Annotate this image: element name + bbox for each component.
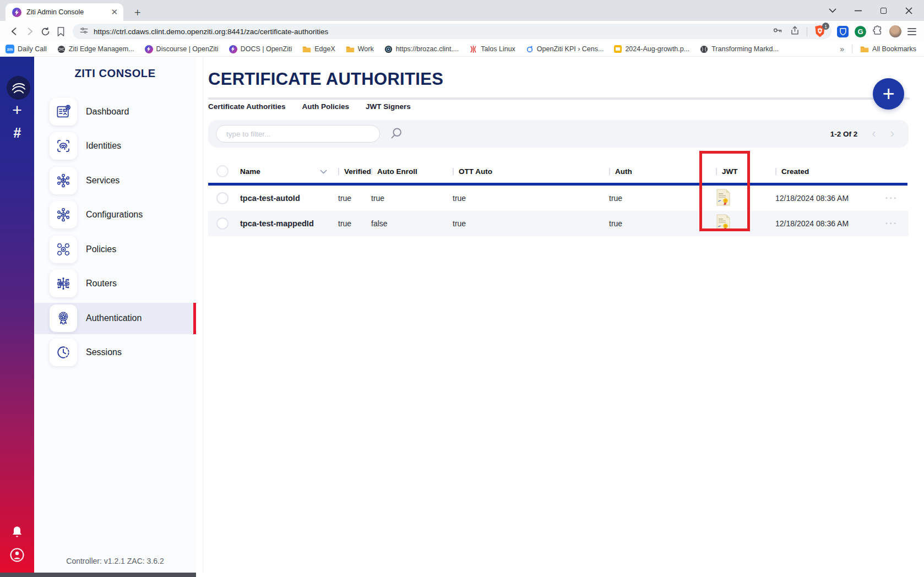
sidebar-item-identities[interactable]: Identities: [34, 132, 196, 160]
browser-toolbar: https://ctrl.cdaws.clint.demo.openziti.o…: [0, 21, 924, 42]
address-bar[interactable]: https://ctrl.cdaws.clint.demo.openziti.o…: [73, 24, 831, 39]
tab-certificate-authorities[interactable]: Certificate Authorities: [208, 102, 286, 111]
search-icon[interactable]: [389, 126, 404, 143]
rail-add-button[interactable]: +: [0, 101, 34, 119]
bookmark-2024-aug-growth[interactable]: 2024-Aug-growth.p...: [614, 45, 689, 53]
profile-icon[interactable]: [9, 547, 25, 565]
globe-icon: [384, 45, 393, 53]
notifications-bell-icon[interactable]: [10, 525, 24, 542]
sidebar-item-services[interactable]: Services: [34, 167, 196, 194]
bookmark-docs-openziti[interactable]: DOCS | OpenZiti: [229, 45, 292, 53]
fingerprint-icon: [50, 132, 77, 160]
jwt-certificate-icon[interactable]: [716, 214, 731, 233]
globe-icon: [57, 45, 66, 53]
browser-tab[interactable]: Ziti Admin Console ✕: [6, 3, 123, 21]
tab-search-icon[interactable]: [827, 8, 838, 13]
table-row[interactable]: tpca-test-autoId true true true true 12/…: [208, 186, 909, 211]
openziti-favicon-icon: [145, 45, 153, 53]
zoom-icon: zm: [6, 45, 14, 53]
bookmark-transforming-markd[interactable]: Transforming Markd...: [700, 45, 779, 53]
sidebar-item-authentication[interactable]: Authentication: [34, 304, 196, 332]
bookmark-discourse-openziti[interactable]: Discourse | OpenZiti: [145, 45, 219, 53]
filter-bar: 1-2 Of 2 ‹ ›: [208, 120, 909, 148]
share-icon[interactable]: [790, 25, 800, 38]
back-icon[interactable]: [7, 24, 22, 39]
folder-icon: [346, 46, 355, 53]
password-key-icon[interactable]: [772, 25, 783, 38]
reload-icon[interactable]: [37, 24, 53, 39]
column-jwt[interactable]: JWT: [722, 167, 738, 176]
sidebar-item-sessions[interactable]: Sessions: [34, 339, 196, 366]
bookmark-brozac[interactable]: https://brozac.clint....: [384, 45, 459, 53]
policies-icon: [50, 236, 77, 263]
url-text[interactable]: https://ctrl.cdaws.clint.demo.openziti.o…: [94, 28, 772, 36]
all-bookmarks-button[interactable]: All Bookmarks: [860, 45, 916, 53]
bookmark-openziti-kpi[interactable]: OpenZiti KPI › Cens...: [526, 45, 604, 53]
ziti-logo-icon[interactable]: [7, 76, 30, 100]
extensions-icon[interactable]: [872, 25, 883, 38]
ring-icon: [526, 45, 534, 53]
app-window: Ziti Admin Console ✕ ＋: [0, 0, 924, 577]
clock-icon: [50, 339, 77, 366]
jwt-certificate-icon[interactable]: [716, 189, 731, 208]
bookmarks-bar: zm Daily Call Ziti Edge Managem... Disco…: [0, 42, 924, 57]
sidebar-item-dashboard[interactable]: Dashboard: [34, 98, 196, 126]
brand-title: ZITI CONSOLE: [34, 67, 196, 80]
globe-icon: [700, 45, 708, 53]
column-ott-auto[interactable]: OTT Auto: [459, 167, 492, 176]
shield-badge: 1: [822, 23, 829, 30]
column-auth[interactable]: Auth: [615, 167, 632, 176]
sort-chevron-icon[interactable]: [320, 166, 327, 176]
site-settings-icon[interactable]: [79, 26, 89, 37]
tab-close-icon[interactable]: ✕: [111, 7, 118, 17]
window-bottom-edge: [0, 573, 196, 577]
bookmark-icon[interactable]: [53, 24, 68, 39]
page-next-icon[interactable]: ›: [890, 128, 894, 140]
authentication-badge-icon: [50, 304, 77, 332]
sidebar-item-routers[interactable]: Routers: [34, 270, 196, 297]
minimize-button[interactable]: [852, 10, 863, 12]
talos-icon: [469, 45, 477, 53]
row-checkbox[interactable]: [216, 192, 229, 204]
brave-shield-icon[interactable]: 1: [814, 25, 826, 38]
jwt-cell: [710, 189, 770, 208]
column-auto-enroll[interactable]: Auto Enroll: [377, 167, 417, 176]
page-title: CERTIFICATE AUTHORITIES: [208, 69, 443, 89]
row-menu-icon[interactable]: ···: [885, 218, 898, 229]
column-name[interactable]: Name: [240, 167, 260, 176]
bitwarden-icon[interactable]: [837, 26, 849, 37]
row-menu-icon[interactable]: ···: [885, 193, 898, 204]
tab-auth-policies[interactable]: Auth Policies: [302, 102, 350, 111]
sidenav: ZITI CONSOLE Dashboard Identities: [34, 57, 196, 573]
sidebar-item-policies[interactable]: Policies: [34, 236, 196, 263]
column-created[interactable]: Created: [781, 167, 809, 176]
bookmark-folder-edgex[interactable]: EdgeX: [302, 45, 335, 53]
close-button[interactable]: [903, 7, 914, 14]
forward-icon[interactable]: [22, 24, 37, 39]
sidebar-item-configurations[interactable]: Configurations: [34, 201, 196, 228]
table-header-row: Name Verified Auto Enroll OTT Auto Auth …: [208, 160, 909, 183]
bookmark-talos-linux[interactable]: Talos Linux: [469, 45, 515, 53]
new-tab-button[interactable]: ＋: [132, 5, 143, 19]
bookmark-daily-call[interactable]: zm Daily Call: [6, 45, 47, 53]
grammarly-icon[interactable]: G: [855, 26, 866, 37]
bookmarks-overflow-button[interactable]: »: [840, 45, 844, 53]
tab-jwt-signers[interactable]: JWT Signers: [366, 102, 411, 111]
jwt-cell: [710, 214, 770, 233]
folder-icon: [860, 46, 869, 53]
maximize-button[interactable]: [878, 8, 889, 14]
table-row[interactable]: tpca-test-mappedId true false true true …: [208, 211, 909, 236]
select-all-checkbox[interactable]: [216, 165, 229, 177]
page-previous-icon[interactable]: ‹: [872, 128, 876, 140]
filter-input[interactable]: [216, 125, 380, 143]
configurations-icon: [50, 201, 77, 228]
profile-avatar[interactable]: [889, 25, 901, 37]
rail-hash-button[interactable]: #: [0, 125, 34, 141]
bookmark-folder-work[interactable]: Work: [346, 45, 374, 53]
bookmark-ziti-edge[interactable]: Ziti Edge Managem...: [57, 45, 134, 53]
add-certificate-authority-button[interactable]: +: [873, 78, 904, 110]
row-checkbox[interactable]: [216, 217, 229, 230]
dashboard-icon: [50, 98, 77, 126]
version-footer: Controller: v1.2.1 ZAC: 3.6.2: [34, 557, 196, 565]
browser-menu-icon[interactable]: [907, 28, 916, 35]
